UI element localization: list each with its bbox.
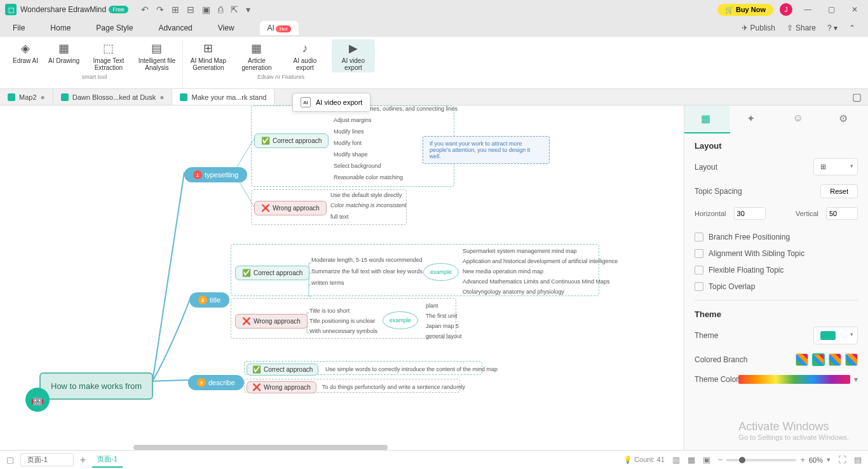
example-oval-2[interactable]: example	[383, 311, 418, 329]
leaf-twt2[interactable]: Title positioning is unclear	[309, 318, 375, 324]
leaf-tw3[interactable]: full text	[330, 214, 349, 220]
leaf-ts2[interactable]: Modify lines	[334, 128, 364, 135]
view-mode-1-icon[interactable]: ▥	[672, 455, 680, 465]
page-tab-1[interactable]: 页面-1	[92, 452, 123, 468]
add-page-button[interactable]: +	[80, 454, 86, 466]
leaf-ts4[interactable]: Modify shape	[334, 151, 368, 158]
minimize-button[interactable]: —	[799, 5, 817, 14]
leaf-ex1[interactable]: Supermarket system management mind map	[463, 248, 577, 254]
sub-ts-wrong[interactable]: ❌Wrong approach	[254, 201, 327, 215]
menu-home[interactable]: Home	[50, 24, 71, 32]
leaf-twe3[interactable]: Japan map 5	[426, 323, 459, 329]
export-icon[interactable]: ⇱	[231, 4, 238, 15]
zoom-slider[interactable]	[726, 459, 796, 461]
zoom-out-icon[interactable]: −	[718, 455, 723, 465]
color-box-2[interactable]	[812, 353, 825, 366]
theme-dropdown[interactable]	[813, 327, 858, 344]
doctab-1-close[interactable]: ●	[41, 93, 45, 102]
sub-ts-correct[interactable]: ✅Correct approach	[254, 133, 329, 148]
leaf-ex4[interactable]: Advanced Mathematics Limits and Continuo…	[463, 278, 610, 285]
color-box-3[interactable]	[829, 353, 841, 366]
share-button[interactable]: ⇪ Share	[787, 24, 816, 32]
close-button[interactable]: ✕	[846, 5, 863, 14]
leaf-tc2[interactable]: Summarize the full text with clear key w…	[311, 268, 423, 275]
branch-describe[interactable]: 3describe	[188, 375, 244, 390]
color-box-4[interactable]	[845, 353, 858, 366]
ai-chat-bubble[interactable]: 🤖	[25, 388, 50, 412]
leaf-twt1[interactable]: Title is too short	[309, 308, 349, 314]
leaf-twe1[interactable]: plant	[426, 302, 438, 309]
leaf-ex5[interactable]: Otolaryngology anatomy and physiology	[463, 289, 564, 295]
example-oval-1[interactable]: example	[423, 263, 459, 281]
view-mode-2-icon[interactable]: ▦	[688, 455, 695, 465]
ribbon-edraw-ai[interactable]: ◈Edraw AI	[10, 39, 41, 72]
leaf-ts5[interactable]: Select background	[334, 163, 381, 169]
branch-free-row[interactable]: Branch Free Positioning	[695, 233, 858, 241]
branch-title[interactable]: 2title	[189, 292, 229, 308]
leaf-tc1[interactable]: Moderate length, 5-15 words recommended	[311, 257, 423, 263]
avatar[interactable]: J	[780, 3, 792, 16]
checkbox[interactable]	[695, 282, 703, 291]
ribbon-ai-drawing[interactable]: ▦AI Drawing	[46, 39, 82, 72]
checkbox[interactable]	[695, 266, 703, 275]
menu-page-style[interactable]: Page Style	[96, 24, 133, 32]
leaf-ts1[interactable]: Adjust margins	[334, 117, 372, 123]
zoom-thumb[interactable]	[739, 457, 745, 463]
more-icon[interactable]: ▾	[246, 4, 250, 15]
ribbon-intelligent[interactable]: ▤Intelligent file Analysis	[135, 39, 179, 72]
outline-icon[interactable]: ▢	[6, 455, 14, 465]
leaf-tw2[interactable]: Color matching is inconsistent	[330, 202, 407, 208]
menu-view[interactable]: View	[218, 24, 234, 32]
leaf-twe2[interactable]: The first unit	[426, 313, 458, 319]
buy-now-button[interactable]: 🛒 Buy Now	[717, 4, 773, 16]
leaf-twt3[interactable]: With unnecessary symbols	[309, 328, 377, 334]
menu-file[interactable]: File	[13, 24, 25, 32]
doctab-3[interactable]: Make your ma...rk stand	[172, 89, 275, 105]
horizontal-scrollbar[interactable]	[133, 445, 388, 450]
checkbox[interactable]	[695, 249, 703, 258]
collapse-ribbon-button[interactable]: ⌃	[849, 24, 855, 32]
leaf-dc[interactable]: Use simple words to correctly introduce …	[325, 366, 498, 372]
ribbon-image-text[interactable]: ⬚Image Text Extraction	[87, 39, 130, 72]
ribbon-ai-mindmap[interactable]: ⊞AI Mind Map Generation	[187, 39, 230, 72]
branch-typesetting[interactable]: 1typesetting	[184, 167, 247, 182]
leaf-twe4[interactable]: general layout	[426, 333, 462, 339]
doctabs-expand[interactable]: ▢	[846, 91, 868, 103]
sub-title-correct[interactable]: ✅Correct approach	[235, 266, 309, 280]
topic-overlap-row[interactable]: Topic Overlap	[695, 282, 858, 291]
doctab-2-close[interactable]: ●	[159, 93, 164, 102]
flex-floating-row[interactable]: Flexible Floating Topic	[695, 266, 858, 275]
theme-color-bar[interactable]	[738, 375, 850, 384]
sub-desc-correct[interactable]: ✅Correct approach	[247, 364, 318, 376]
publish-button[interactable]: ✈ Publish	[742, 24, 775, 32]
note-box[interactable]: If you want your work to attract more pe…	[423, 136, 550, 164]
vertical-input[interactable]	[826, 207, 858, 220]
open-icon[interactable]: ⊟	[187, 4, 194, 15]
ribbon-article[interactable]: ▦Article generation	[235, 39, 278, 72]
fullscreen-icon[interactable]: ⛶	[838, 455, 846, 465]
leaf-tw1[interactable]: Use the default style directly	[330, 192, 402, 198]
maximize-button[interactable]: ▢	[823, 5, 840, 14]
align-sibling-row[interactable]: Alignment With Sibling Topic	[695, 249, 858, 258]
zoom-chevron-icon[interactable]: ▾	[827, 456, 831, 464]
sp-tab-settings[interactable]: ⚙	[822, 105, 868, 133]
leaf-ts3[interactable]: Modify font	[334, 140, 362, 146]
menu-advanced[interactable]: Advanced	[158, 24, 192, 32]
layout-dropdown[interactable]: ⊞	[813, 158, 858, 175]
print-icon[interactable]: ⎙	[218, 4, 223, 15]
undo-icon[interactable]: ↶	[141, 4, 149, 15]
leaf-ts6[interactable]: Reasonable color matching	[334, 174, 403, 180]
page-dropdown[interactable]: 页面-1	[20, 453, 74, 466]
root-node[interactable]: How to make works from	[39, 372, 153, 400]
reset-button[interactable]: Reset	[820, 184, 858, 198]
leaf-tc3[interactable]: written terms	[311, 280, 344, 286]
sub-title-wrong[interactable]: ❌Wrong approach	[235, 314, 308, 329]
checkbox[interactable]	[695, 233, 703, 241]
menu-ai[interactable]: AIHot	[260, 21, 299, 35]
help-button[interactable]: ? ▾	[827, 24, 837, 32]
sp-tab-layout[interactable]: ▦	[684, 105, 730, 133]
leaf-ex2[interactable]: Application and historical development o…	[463, 258, 618, 264]
doctab-1[interactable]: Map2●	[0, 89, 53, 105]
leaf-ts-header[interactable]: ames, outlines, and connecting lines	[365, 105, 458, 112]
redo-icon[interactable]: ↷	[156, 4, 164, 15]
